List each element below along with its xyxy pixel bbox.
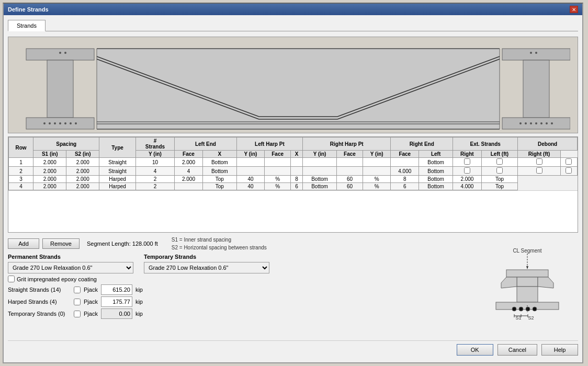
button-row: Add Remove Segment Length: 128.000 ft S1… [8,236,473,251]
beam-diagram [8,37,578,133]
svg-rect-2 [47,60,73,118]
deb-right-cb-1[interactable] [566,158,572,165]
svg-marker-13 [97,49,500,129]
title-bar: Define Strands ✕ [4,4,582,15]
permanent-strands-group: Permanent Strands Grade 270 Low Relaxati… [8,254,133,273]
col-s1: S1 (in) [33,151,66,158]
s1-legend: S1 = Inner strand spacing [172,237,231,243]
temp-pjack-checkbox[interactable] [74,311,81,317]
ext-right-cb-2[interactable] [496,167,503,174]
permanent-strands-label: Permanent Strands [8,254,133,260]
col-left-harp: Left Harp Pt [236,138,302,151]
svg-point-45 [519,307,523,311]
col-rhp-x: X [291,151,303,158]
col-lhp-face: Face [265,151,291,158]
temp-strands-label: Temporary Strands (0) [8,311,71,317]
harped-strands-label: Harped Strands (4) [8,299,71,305]
ok-button[interactable]: OK [457,344,493,356]
svg-point-9 [59,122,61,124]
remove-button[interactable]: Remove [42,238,80,249]
svg-point-44 [512,307,516,311]
svg-point-46 [526,307,530,311]
col-re-y: Y (in) [363,151,391,158]
col-row: Row [9,138,33,158]
svg-point-12 [75,122,77,124]
straight-pjack-label: Pjack [84,287,98,293]
ext-right-cb-1[interactable] [496,158,503,165]
svg-point-6 [43,122,46,124]
temporary-strands-select[interactable]: Grade 270 Low Relaxation 0.6" [144,262,269,273]
svg-point-35 [551,122,553,124]
col-le-y: Y (in) [135,151,174,158]
svg-point-28 [535,52,537,54]
ext-left-cb-2[interactable] [464,167,470,174]
grit-coating-checkbox[interactable] [8,276,15,282]
strands-section: Permanent Strands Grade 270 Low Relaxati… [8,254,473,273]
table-row: 1 2.000 2.000 Straight 10 2.000 Bottom [9,158,578,167]
temp-strands-prop-row: Temporary Strands (0) Pjack kip [8,308,473,319]
svg-point-27 [530,52,532,54]
svg-marker-37 [526,266,528,269]
temp-pjack-value[interactable] [101,308,132,319]
harped-pjack-label: Pjack [84,299,98,305]
add-button[interactable]: Add [8,238,39,249]
col-lhp-y: Y (in) [236,151,264,158]
col-re-face: Face [391,151,419,158]
svg-point-30 [525,122,527,124]
footer-buttons: OK Cancel Help [8,340,578,359]
segment-length: Segment Length: 128.000 ft [87,241,158,247]
right-panel: CL Segment [479,236,578,335]
straight-pjack-checkbox[interactable] [74,287,81,293]
svg-rect-1 [26,49,94,60]
tab-strands[interactable]: Strands [8,20,46,31]
svg-point-32 [535,122,537,124]
cl-diagram-svg: CL Segment [480,246,577,335]
svg-rect-38 [506,270,548,277]
svg-point-33 [540,122,542,124]
svg-point-31 [530,122,532,124]
help-button[interactable]: Help [541,344,578,356]
col-rhp-face: Face [337,151,363,158]
svg-point-11 [70,122,72,124]
svg-point-8 [54,122,56,124]
col-right-end: Right End [391,138,453,151]
svg-rect-24 [502,49,570,60]
property-rows: Straight Strands (14) Pjack kip Harped S… [8,284,473,319]
col-ext-left: Left [419,151,453,158]
grit-coating-label: Grit impregnated epoxy coating [17,276,97,282]
deb-left-cb-1[interactable] [536,158,542,165]
window-title: Define Strands [8,6,49,13]
svg-point-34 [546,122,548,124]
deb-right-cb-2[interactable] [566,167,572,174]
col-right-harp: Right Harp Pt [303,138,391,151]
cancel-button[interactable]: Cancel [497,344,537,356]
temporary-strands-label: Temporary Strands [144,254,269,260]
ext-left-cb-1[interactable] [464,158,470,165]
col-num-strands: #Strands [135,138,174,151]
cl-segment-label: CL Segment [513,248,541,254]
harped-pjack-value[interactable] [101,296,132,307]
straight-strands-label: Straight Strands (14) [8,287,71,293]
harped-pjack-unit: kip [135,299,143,305]
left-panel: Add Remove Segment Length: 128.000 ft S1… [8,236,473,335]
svg-rect-25 [523,60,549,118]
col-left-end: Left End [175,138,237,151]
straight-strands-row: Straight Strands (14) Pjack kip [8,284,473,295]
col-deb-left: Left (ft) [481,151,518,158]
svg-point-7 [49,122,51,124]
svg-marker-41 [538,277,553,288]
col-type: Type [99,138,136,158]
s2-diagram-label: S2 [528,315,534,321]
deb-left-cb-2[interactable] [536,167,542,174]
straight-pjack-value[interactable] [101,284,132,295]
svg-point-47 [533,307,537,311]
strand-table: Row Spacing Type #Strands Left End Left … [8,137,578,190]
permanent-strands-select[interactable]: Grade 270 Low Relaxation 0.6" [8,262,133,273]
col-deb-right: Right (ft) [518,151,561,158]
tab-bar: Strands [8,19,578,31]
grit-coating-row: Grit impregnated epoxy coating [8,276,473,282]
svg-point-29 [519,122,522,124]
harped-pjack-checkbox[interactable] [74,299,81,305]
close-button[interactable]: ✕ [570,6,578,13]
svg-point-5 [64,52,66,54]
